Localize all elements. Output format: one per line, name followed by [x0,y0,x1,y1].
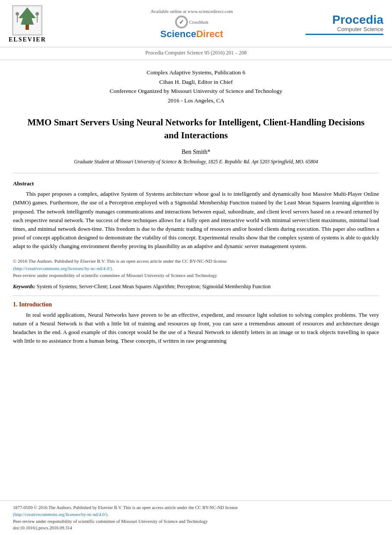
conference-line4: 2016 - Los Angeles, CA [26,96,366,105]
procedia-subtitle: Computer Science [306,26,383,32]
elsevier-text: ELSEVIER [9,36,46,43]
author-name: Ben Smith* [0,145,392,157]
keywords-text: System of Systems; Server-Client; Least … [37,283,271,290]
footer-text1: 1877-0509 © 2016 The Authors. Published … [13,505,238,510]
svg-point-5 [35,12,39,16]
page-footer: 1877-0509 © 2016 The Authors. Published … [0,500,392,535]
license-link[interactable]: (http://creativecommons.org/licenses/by-… [13,266,113,271]
conference-line2: Cihan H. Dagli, Editor in Chief [26,77,366,87]
procedia-logo-area: Procedia Computer Science [306,14,383,35]
page-header: ELSEVIER Available online at www.science… [0,0,392,48]
abstract-text: This paper proposes a complex, adaptive … [13,190,379,251]
keywords-label: Keywords: [13,283,35,290]
author-affiliation: Graduate Student at Missouri University … [0,157,392,171]
svg-point-3 [16,12,19,16]
paper-title: MMO Smart Servers Using Neural Networks … [0,109,392,145]
svg-text:✓: ✓ [179,19,184,25]
license-text2: Peer-review under responsibility of scie… [13,273,217,278]
elsevier-tree-icon [12,5,42,35]
footer-doi: doi:10.1016/j.procs.2016.09.314 [13,525,72,530]
abstract-divider [13,296,379,296]
conference-info: Complex Adaptive Systems, Publication 6 … [0,60,392,109]
journal-reference: Procedia Computer Science 95 (2016) 201 … [0,48,392,60]
license-section: © 2016 The Authors. Published by Elsevie… [0,254,392,281]
crossmark-area: ✓ CrossMark [78,16,306,29]
conference-line3: Conference Organized by Missouri Univers… [26,86,366,96]
procedia-title: Procedia [306,14,383,26]
abstract-heading: Abstract [13,180,379,187]
license-text1: © 2016 The Authors. Published by Elsevie… [13,258,226,264]
crossmark-icon: ✓ [175,16,188,29]
elsevier-logo: ELSEVIER [9,5,46,43]
keywords-section: Keywords: System of Systems; Server-Clie… [0,281,392,294]
introduction-section: 1. Introduction In real world applicatio… [0,298,392,348]
footer-link[interactable]: (http://creativecommons.org/licenses/by-… [13,512,108,517]
conference-line1: Complex Adaptive Systems, Publication 6 [26,68,366,77]
introduction-heading: 1. Introduction [13,301,379,308]
elsevier-logo-area: ELSEVIER [9,5,78,43]
crossmark-svg: ✓ [176,16,187,28]
abstract-section: Abstract This paper proposes a complex, … [0,175,392,254]
introduction-text: In real world applications, Neural Netwo… [13,311,379,346]
crossmark-label: CrossMark [189,20,208,25]
footer-text2: Peer-review under responsibility of scie… [13,519,208,524]
available-online-text: Available online at www.sciencedirect.co… [78,9,306,14]
sciencedirect-area: Available online at www.sciencedirect.co… [78,9,306,40]
svg-rect-2 [25,25,29,30]
page-wrapper: ELSEVIER Available online at www.science… [0,0,392,535]
sciencedirect-logo: ScienceDirect [78,29,306,40]
title-divider [13,173,379,173]
